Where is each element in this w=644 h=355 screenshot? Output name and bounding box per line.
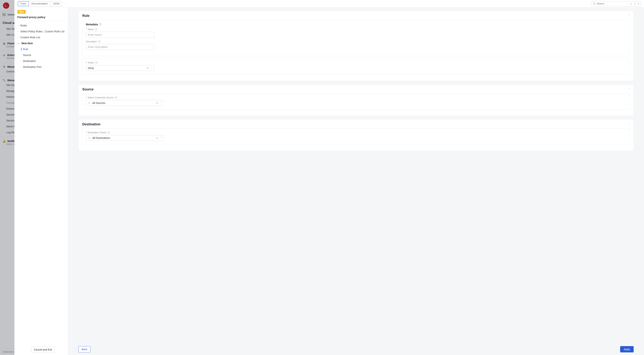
- search-next-icon[interactable]: ∨: [634, 2, 636, 5]
- footer-actions: Back Apply: [68, 344, 644, 355]
- chevron-down-icon[interactable]: ˅: [160, 137, 162, 139]
- dot-icon: [18, 31, 18, 32]
- tab-documentation[interactable]: Documentation: [29, 1, 50, 6]
- search-box[interactable]: ∧ ∨ ✕: [591, 1, 641, 6]
- tree-subitem-rule[interactable]: Rule: [18, 46, 65, 52]
- config-tree: Rules Select Policy Rules : Custom Rule …: [18, 21, 65, 70]
- dot-icon: [18, 25, 18, 26]
- dot-icon: [18, 37, 18, 38]
- metadata-title: Metadata: [86, 23, 98, 26]
- config-title: Forward proxy policy: [18, 16, 65, 19]
- tree-item-custom-rule-list[interactable]: Custom Rule List: [18, 34, 65, 40]
- clear-icon[interactable]: ✕: [156, 102, 158, 104]
- action-value: Deny: [88, 66, 145, 70]
- search-input[interactable]: [597, 2, 628, 5]
- destination-select[interactable]: All Destinations ✕ ˅: [86, 135, 164, 141]
- config-tree-panel: New Forward proxy policy Rules Select Po…: [14, 8, 68, 355]
- clear-icon[interactable]: ✕: [146, 67, 149, 70]
- clear-icon[interactable]: ✕: [156, 137, 158, 140]
- flow-icon: [88, 102, 91, 104]
- tab-form[interactable]: Form: [18, 1, 29, 6]
- section-rule: Rule ˄ Metadata ? * Name ?: [78, 11, 634, 81]
- apply-button[interactable]: Apply: [620, 346, 634, 352]
- section-title-source: Source: [82, 88, 94, 91]
- tree-item-new-item[interactable]: ▸ New Item: [18, 40, 65, 46]
- caret-right-icon: ▸: [18, 42, 20, 44]
- cancel-and-exit-button[interactable]: Cancel and Exit: [31, 346, 55, 353]
- action-label: Action: [88, 62, 94, 64]
- view-mode-segment: Form Documentation JSON: [18, 1, 62, 6]
- tree-subitem-destination-port[interactable]: Destination Port: [18, 64, 65, 70]
- section-source: Source ˄ * Select Connection Source ? Al…: [78, 84, 634, 116]
- help-icon[interactable]: ?: [99, 23, 102, 26]
- svg-point-0: [593, 3, 595, 4]
- modal-scrim: [0, 0, 14, 355]
- search-icon: [593, 2, 596, 5]
- chevron-up-icon[interactable]: ˄: [628, 123, 630, 126]
- source-select-label: Select Connection Source: [88, 96, 114, 99]
- source-value: All Sources: [92, 102, 154, 104]
- required-star: *: [86, 96, 87, 99]
- chevron-down-icon[interactable]: ˅: [160, 102, 162, 104]
- form-content: Rule ˄ Metadata ? * Name ?: [68, 8, 644, 355]
- chevron-up-icon[interactable]: ˄: [628, 14, 630, 18]
- required-star: *: [86, 62, 87, 64]
- description-input[interactable]: [86, 44, 154, 50]
- chevron-down-icon[interactable]: ˅: [151, 67, 152, 69]
- action-select[interactable]: Deny ✕ ˅: [86, 65, 154, 71]
- help-icon[interactable]: ?: [98, 40, 100, 43]
- section-title-destination: Destination: [82, 122, 100, 126]
- search-prev-icon[interactable]: ∧: [630, 2, 632, 5]
- metadata-card: Metadata ? * Name ? Description ?: [82, 20, 630, 56]
- description-label: Description: [86, 40, 97, 43]
- required-star: *: [86, 28, 87, 31]
- svg-line-1: [595, 4, 595, 4]
- tree-item-rules[interactable]: Rules: [18, 22, 65, 28]
- destination-choice-label: Destination Choice: [88, 131, 106, 134]
- help-icon[interactable]: ?: [108, 131, 110, 134]
- source-card: * Select Connection Source ? All Sources…: [82, 94, 630, 110]
- action-card: * Action ? Deny ✕ ˅: [82, 58, 630, 74]
- tree-item-policy-rules[interactable]: Select Policy Rules : Custom Rule List: [18, 28, 65, 34]
- chevron-up-icon[interactable]: ˄: [628, 88, 630, 91]
- modal-main: New Forward proxy policy Rules Select Po…: [14, 8, 644, 355]
- destination-value: All Destinations: [92, 136, 154, 140]
- help-icon[interactable]: ?: [95, 28, 98, 31]
- help-icon[interactable]: ?: [95, 62, 98, 64]
- section-destination: Destination ˄ * Destination Choice ? All…: [78, 119, 634, 151]
- field-description: Description ?: [86, 40, 626, 50]
- flow-icon: [88, 136, 91, 140]
- source-select[interactable]: All Sources ✕ ˅: [86, 100, 164, 106]
- back-button[interactable]: Back: [78, 346, 90, 352]
- required-star: *: [86, 131, 87, 134]
- modal-topbar: Form Documentation JSON ∧ ∨ ✕: [14, 0, 644, 8]
- name-input[interactable]: [86, 32, 154, 38]
- tree-subitem-destination[interactable]: Destination: [18, 58, 65, 64]
- destination-card: * Destination Choice ? All Destinations …: [82, 128, 630, 144]
- name-label: Name: [88, 28, 94, 31]
- new-badge: New: [18, 10, 26, 14]
- tab-json[interactable]: JSON: [50, 1, 62, 6]
- section-title-rule: Rule: [82, 14, 90, 18]
- search-close-icon[interactable]: ✕: [637, 2, 640, 5]
- help-icon[interactable]: ?: [114, 96, 117, 99]
- field-name: * Name ?: [86, 28, 626, 38]
- tree-subitem-source[interactable]: Source: [18, 52, 65, 58]
